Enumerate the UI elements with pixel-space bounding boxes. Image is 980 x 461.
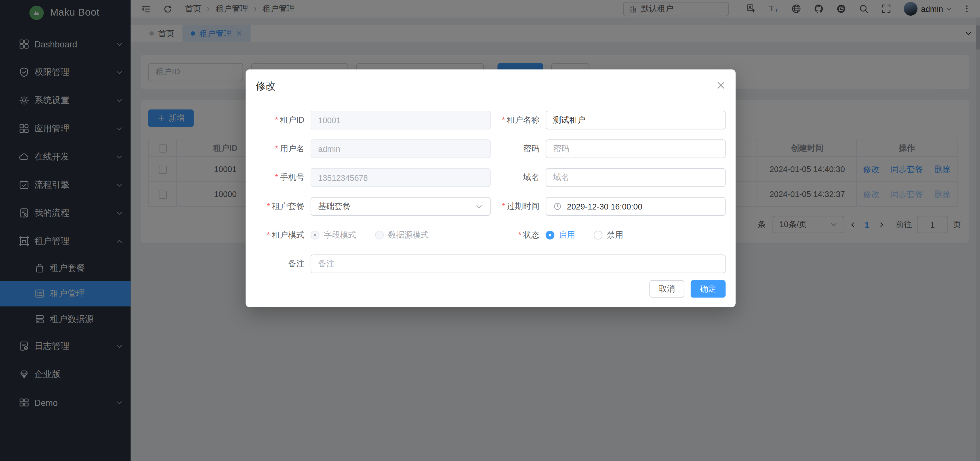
package-select[interactable]: 基础套餐 [311,197,490,216]
app-root: Maku Boot Dashboard权限管理系统设置应用管理在线开发流程引擎我… [0,0,980,461]
required-star: * [275,172,278,182]
domain-input[interactable]: 域名 [546,168,725,187]
required-star: * [518,230,521,239]
dialog-footer: 取消 确定 [649,280,726,298]
tenant-mode-radio-group: 字段模式数据源模式 [311,226,490,244]
required-star: * [267,201,270,211]
clock-icon [553,202,562,211]
radio-label: 数据源模式 [388,230,429,241]
tenant-mode-label: *租户模式 [256,230,311,241]
dialog-body: *租户ID 10001 *租户名称 测试租户 *用户名 admin 密码 密码 … [256,111,726,273]
edit-dialog: 修改 *租户ID 10001 *租户名称 测试租户 *用户名 admin 密码 … [246,70,736,307]
expire-time-picker[interactable]: 2029-12-30 16:00:00 [546,197,725,216]
tenant-name-input[interactable]: 测试租户 [546,111,725,129]
radio-label: 字段模式 [324,230,356,241]
radio-option-0[interactable]: 字段模式 [311,230,356,241]
radio-label: 禁用 [607,230,623,241]
username-label: *用户名 [256,143,311,155]
mobile-label: *手机号 [256,172,311,183]
dialog-title: 修改 [256,80,275,93]
required-star: * [275,144,278,153]
radio-dot [311,231,320,239]
radio-option-1[interactable]: 数据源模式 [375,230,429,241]
required-star: * [502,115,505,124]
radio-dot [594,231,603,239]
radio-label: 启用 [558,230,575,241]
radio-dot [375,231,384,239]
password-input[interactable]: 密码 [546,139,725,158]
remark-input[interactable]: 备注 [311,255,726,273]
domain-label: 域名 [490,172,546,183]
confirm-button[interactable]: 确定 [690,280,725,298]
radio-option-1[interactable]: 禁用 [594,230,624,241]
radio-option-0[interactable]: 启用 [546,230,575,241]
username-field: admin [311,139,490,158]
remark-label: 备注 [256,258,311,270]
expire-time-label: *过期时间 [490,201,546,212]
status-label: *状态 [490,230,546,241]
required-star: * [275,115,278,124]
tenant-id-label: *租户ID [256,115,311,126]
chevron-down-icon [475,203,483,211]
required-star: * [502,201,505,211]
tenant-id-field: 10001 [311,111,490,129]
status-radio-group: 启用禁用 [546,226,725,244]
package-label: *租户套餐 [256,201,311,212]
tenant-name-label: *租户名称 [490,115,546,126]
mobile-field: 13512345678 [311,168,490,187]
radio-dot [546,231,554,239]
cancel-button[interactable]: 取消 [649,280,684,298]
close-icon[interactable] [716,81,725,90]
dialog-header: 修改 [256,80,726,93]
required-star: * [267,230,270,239]
password-label: 密码 [490,143,546,155]
